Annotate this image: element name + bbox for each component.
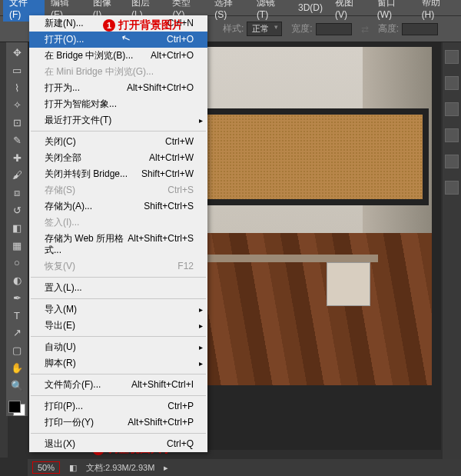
- hand-tool-icon[interactable]: ✋: [10, 362, 24, 374]
- path-tool-icon[interactable]: ↗: [10, 327, 24, 339]
- file-menu-item-8[interactable]: 关闭(C)Ctrl+W: [29, 134, 207, 150]
- status-bar: 50% ◧ 文档:2.93M/2.93M ▸: [28, 459, 461, 476]
- preview-icon[interactable]: ◧: [69, 463, 77, 473]
- eyedropper-tool-icon[interactable]: ✎: [10, 135, 24, 147]
- swatch-panel-icon[interactable]: [445, 76, 459, 90]
- style-select[interactable]: 正常: [247, 22, 282, 36]
- file-menu-item-11: 存储(S)Ctrl+S: [29, 182, 207, 198]
- file-menu-item-10[interactable]: 关闭并转到 Bridge...Shift+Ctrl+W: [29, 166, 207, 182]
- menu-8[interactable]: 视图(V): [329, 0, 371, 22]
- file-menu-dropdown: 新建(N)...Ctrl+N打开(O)...Ctrl+O在 Bridge 中浏览…: [29, 15, 207, 452]
- layers-panel-icon[interactable]: [445, 128, 459, 142]
- desk-image: [201, 255, 378, 324]
- paths-panel-icon[interactable]: [445, 181, 459, 195]
- file-menu-item-12[interactable]: 存储为(A)...Shift+Ctrl+S: [29, 198, 207, 215]
- file-menu-item-1[interactable]: 打开(O)...Ctrl+O: [29, 32, 207, 48]
- flyout-icon[interactable]: ▸: [164, 463, 168, 473]
- dodge-tool-icon[interactable]: ◐: [10, 275, 24, 287]
- file-menu-item-25[interactable]: 文件简介(F)...Alt+Shift+Ctrl+I: [29, 377, 207, 393]
- menu-7[interactable]: 3D(D): [292, 1, 329, 15]
- doc-size: 2.93M/2.93M: [105, 463, 154, 472]
- color-panel-icon[interactable]: [445, 50, 459, 64]
- file-menu-item-17[interactable]: 置入(L)...: [29, 280, 207, 296]
- crop-tool-icon[interactable]: ⊡: [10, 117, 24, 129]
- menubar: 文件(F)编辑(E)图像(I)图层(L)类型(Y)选择(S)滤镜(T)3D(D)…: [0, 0, 461, 15]
- file-menu-item-14[interactable]: 存储为 Web 所用格式...Alt+Shift+Ctrl+S: [29, 231, 207, 258]
- color-swatches[interactable]: [8, 401, 25, 416]
- file-menu-item-3: 在 Mini Bridge 中浏览(G)...: [29, 64, 207, 80]
- file-menu-item-13: 签入(I)...: [29, 215, 207, 231]
- file-menu-item-19[interactable]: 导入(M): [29, 301, 207, 318]
- menu-9[interactable]: 窗口(W): [371, 0, 416, 22]
- file-menu-item-28[interactable]: 打印一份(Y)Alt+Shift+Ctrl+P: [29, 414, 207, 431]
- menu-5[interactable]: 选择(S): [208, 0, 250, 22]
- file-menu-item-27[interactable]: 打印(P)...Ctrl+P: [29, 398, 207, 414]
- file-menu-item-30[interactable]: 退出(X)Ctrl+Q: [29, 436, 207, 452]
- menu-10[interactable]: 帮助(H): [416, 0, 458, 22]
- zoom-level[interactable]: 50%: [32, 461, 60, 474]
- toolbox: ✥▭⌇✧⊡✎✚🖌⧈↺◧▦○◐✒T↗▢✋🔍: [6, 42, 28, 416]
- marquee-tool-icon[interactable]: ▭: [10, 65, 24, 77]
- zoom-tool-icon[interactable]: 🔍: [10, 380, 24, 392]
- file-menu-item-9[interactable]: 关闭全部Alt+Ctrl+W: [29, 150, 207, 166]
- lasso-tool-icon[interactable]: ⌇: [10, 82, 24, 95]
- shape-tool-icon[interactable]: ▢: [10, 345, 24, 357]
- file-menu-item-15: 恢复(V)F12: [29, 258, 207, 275]
- blur-tool-icon[interactable]: ○: [10, 257, 24, 269]
- wand-tool-icon[interactable]: ✧: [10, 99, 24, 112]
- width-label: 宽度:: [291, 22, 312, 35]
- file-menu-item-20[interactable]: 导出(E): [29, 318, 207, 334]
- annotation-1: 1 打开背景图片: [103, 18, 183, 32]
- history-tool-icon[interactable]: ↺: [10, 205, 24, 217]
- pen-tool-icon[interactable]: ✒: [10, 292, 24, 305]
- corkboard-image: [186, 108, 429, 205]
- height-label: 高度:: [378, 22, 399, 35]
- file-menu-item-2[interactable]: 在 Bridge 中浏览(B)...Alt+Ctrl+O: [29, 48, 207, 64]
- heal-tool-icon[interactable]: ✚: [10, 152, 24, 165]
- eraser-tool-icon[interactable]: ◧: [10, 222, 24, 235]
- width-input[interactable]: [316, 23, 352, 35]
- file-menu-item-6[interactable]: 最近打开文件(T): [29, 112, 207, 128]
- style-label: 样式:: [223, 22, 244, 35]
- stamp-tool-icon[interactable]: ⧈: [10, 187, 24, 199]
- doc-label: 文档:: [86, 463, 105, 472]
- file-menu-item-22[interactable]: 自动(U): [29, 339, 207, 355]
- file-menu-item-5[interactable]: 打开为智能对象...: [29, 96, 207, 112]
- annotation-badge-1: 1: [103, 19, 115, 32]
- adjust-panel-icon[interactable]: [445, 102, 459, 116]
- channels-panel-icon[interactable]: [445, 155, 459, 168]
- brush-tool-icon[interactable]: 🖌: [10, 169, 24, 181]
- menu-6[interactable]: 滤镜(T): [250, 0, 292, 22]
- type-tool-icon[interactable]: T: [10, 310, 24, 322]
- gradient-tool-icon[interactable]: ▦: [10, 240, 24, 252]
- file-menu-item-23[interactable]: 脚本(R): [29, 355, 207, 371]
- height-input[interactable]: [402, 23, 438, 35]
- panel-dock-right: [443, 42, 461, 465]
- move-tool-icon[interactable]: ✥: [10, 47, 24, 59]
- file-menu-item-4[interactable]: 打开为...Alt+Shift+Ctrl+O: [29, 80, 207, 96]
